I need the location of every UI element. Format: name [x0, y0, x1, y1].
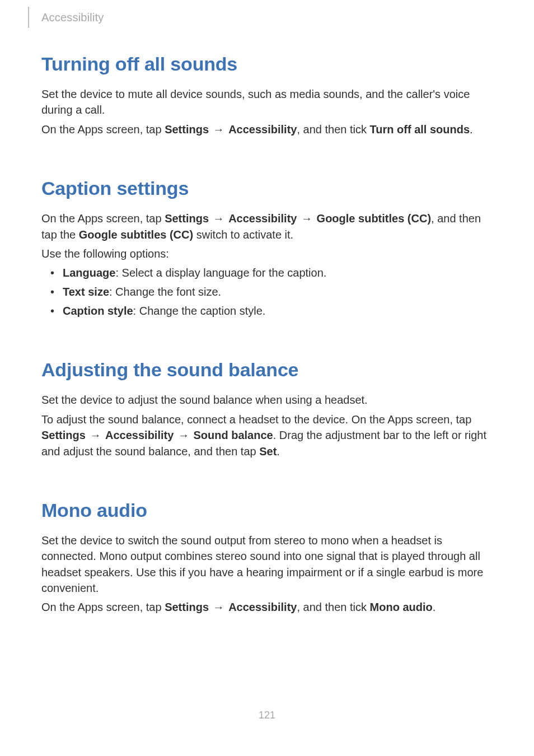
- option-desc: : Change the caption style.: [133, 305, 266, 317]
- section3-paragraph1: Set the device to adjust the sound balan…: [41, 392, 495, 408]
- section-heading-caption-settings: Caption settings: [41, 178, 495, 199]
- text: To adjust the sound balance, connect a h…: [41, 413, 471, 426]
- text: , and then tick: [297, 601, 369, 613]
- bold-settings: Settings: [41, 429, 86, 441]
- bold-accessibility: Accessibility: [105, 429, 174, 441]
- arrow-icon: →: [212, 211, 226, 226]
- section1-paragraph2: On the Apps screen, tap Settings → Acces…: [41, 122, 495, 137]
- arrow-icon: →: [212, 122, 226, 137]
- list-item: Language: Select a display language for …: [41, 265, 495, 281]
- section-heading-mono-audio: Mono audio: [41, 500, 495, 521]
- section-heading-sound-balance: Adjusting the sound balance: [41, 359, 495, 381]
- list-item: Caption style: Change the caption style.: [41, 303, 495, 319]
- bold-settings: Settings: [165, 123, 209, 136]
- option-desc: : Select a display language for the capt…: [115, 267, 326, 279]
- bold-accessibility: Accessibility: [228, 212, 297, 225]
- header-divider: [28, 7, 29, 28]
- text: .: [277, 445, 280, 458]
- section1-paragraph1: Set the device to mute all device sounds…: [41, 86, 495, 118]
- arrow-icon: →: [88, 427, 102, 443]
- section3-paragraph2: To adjust the sound balance, connect a h…: [41, 412, 495, 459]
- page-number: 121: [0, 710, 534, 721]
- option-label: Caption style: [63, 305, 133, 317]
- text: On the Apps screen, tap: [41, 123, 165, 136]
- arrow-icon: →: [300, 211, 313, 226]
- bold-accessibility: Accessibility: [228, 601, 297, 613]
- breadcrumb: Accessibility: [41, 11, 104, 24]
- bold-sound-balance: Sound balance: [193, 429, 273, 441]
- bold-settings: Settings: [165, 601, 209, 613]
- arrow-icon: →: [212, 599, 226, 615]
- section2-paragraph1: On the Apps screen, tap Settings → Acces…: [41, 211, 495, 242]
- page-content: Turning off all sounds Set the device to…: [41, 53, 495, 619]
- option-label: Text size: [63, 286, 109, 298]
- arrow-icon: →: [177, 427, 190, 443]
- bold-google-subtitles: Google subtitles (CC): [317, 212, 431, 225]
- section2-paragraph2: Use the following options:: [41, 246, 495, 262]
- page-header: Accessibility: [28, 0, 104, 35]
- section4-paragraph1: Set the device to switch the sound outpu…: [41, 533, 495, 596]
- text: On the Apps screen, tap: [41, 601, 165, 613]
- text: .: [470, 123, 473, 136]
- bold-google-subtitles-switch: Google subtitles (CC): [79, 228, 193, 241]
- bold-settings: Settings: [165, 212, 209, 225]
- bold-turn-off-all-sounds: Turn off all sounds: [370, 123, 470, 136]
- section4-paragraph2: On the Apps screen, tap Settings → Acces…: [41, 599, 495, 615]
- section-heading-turning-off-sounds: Turning off all sounds: [41, 53, 495, 75]
- option-label: Language: [63, 267, 115, 279]
- bold-set: Set: [259, 445, 277, 458]
- text: .: [433, 601, 436, 613]
- list-item: Text size: Change the font size.: [41, 284, 495, 300]
- text: , and then tick: [297, 123, 369, 136]
- bold-mono-audio: Mono audio: [370, 601, 433, 613]
- options-list: Language: Select a display language for …: [41, 265, 495, 319]
- text: On the Apps screen, tap: [41, 212, 165, 225]
- text: switch to activate it.: [193, 228, 293, 241]
- option-desc: : Change the font size.: [109, 286, 221, 298]
- bold-accessibility: Accessibility: [228, 123, 297, 136]
